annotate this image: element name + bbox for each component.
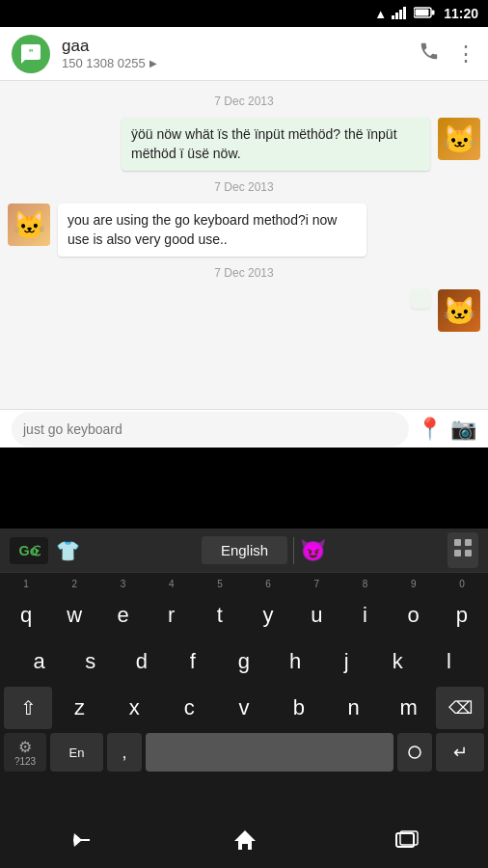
svg-text:Go: Go (19, 542, 39, 557)
date-label-2: 7 Dec 2013 (0, 175, 488, 200)
keyboard-bottom-row: ⚙ ?123 En , ↵ (0, 731, 488, 773)
lang-divider (293, 537, 294, 564)
key-v[interactable]: v (217, 687, 272, 729)
num-4: 4 (148, 575, 196, 592)
key-l[interactable]: l (423, 640, 474, 683)
wifi-icon: ▲ (374, 7, 387, 21)
svg-rect-5 (432, 10, 435, 14)
key-s[interactable]: s (65, 640, 116, 683)
number-row: 1 2 3 4 5 6 7 8 9 0 (0, 573, 488, 592)
language-button[interactable]: English (202, 536, 287, 564)
svg-rect-12 (465, 539, 472, 546)
signal-small-icon: ▶ (149, 58, 157, 68)
svg-rect-11 (454, 539, 461, 546)
keyboard-toolbar: Go 👕 English 😈 (0, 529, 488, 573)
enter-key[interactable]: ↵ (436, 733, 484, 772)
keyboard-row-3: ⇧ z x c v b n m ⌫ (0, 685, 488, 731)
keyboard-grid-button[interactable] (447, 532, 478, 568)
avatar-right-1: 🐱 (438, 118, 480, 160)
key-z[interactable]: z (52, 687, 107, 729)
message-row: 🐱 you are using the go keyboard method?i… (0, 200, 488, 260)
keyboard: Go 👕 English 😈 1 2 3 4 5 (0, 529, 488, 818)
call-button[interactable] (419, 41, 440, 67)
num-7: 7 (292, 575, 340, 592)
date-label-3: 7 Dec 2013 (0, 260, 488, 285)
svg-rect-13 (454, 550, 461, 556)
shirt-icon[interactable]: 👕 (56, 539, 80, 562)
contact-name: gaa (62, 37, 407, 56)
camera-button[interactable]: 📷 (450, 417, 476, 442)
num-0: 0 (438, 575, 486, 592)
language-key[interactable]: En (50, 733, 103, 772)
message-bubble-2: you are using the go keyboard method?i n… (58, 203, 366, 257)
go-keyboard-button[interactable]: Go (10, 537, 48, 564)
chat-area: 7 Dec 2013 🐱 ÿöü nöw whät ïs thë ïnpüt m… (0, 81, 488, 409)
kb-toolbar-left: Go 👕 (10, 537, 80, 564)
num-3: 3 (98, 575, 147, 592)
more-options-button[interactable]: ⋮ (455, 41, 476, 67)
kb-lang-section: English 😈 (202, 536, 326, 564)
avatar-left-1: 🐱 (8, 203, 50, 246)
num-5: 5 (196, 575, 244, 592)
key-t[interactable]: t (196, 594, 244, 637)
emoji-icon[interactable]: 😈 (300, 538, 326, 563)
back-button[interactable] (45, 822, 119, 864)
key-q[interactable]: q (2, 594, 50, 637)
svg-rect-3 (403, 7, 406, 19)
app-bar-actions: ⋮ (419, 41, 476, 67)
key-f[interactable]: f (167, 640, 218, 683)
num-6: 6 (244, 575, 292, 592)
key-u[interactable]: u (292, 594, 340, 637)
signal-icon (392, 6, 409, 22)
key-n[interactable]: n (326, 687, 381, 729)
svg-rect-0 (392, 15, 394, 19)
bottom-navigation (0, 818, 488, 868)
key-c[interactable]: c (162, 687, 217, 729)
recent-apps-button[interactable] (371, 822, 443, 864)
keyboard-row-1: q w e r t y u i o p (0, 592, 488, 638)
status-bar: ▲ 11:20 (0, 0, 488, 27)
message-bubble-1: ÿöü nöw whät ïs thë ïnpüt mëthöd? thë ïn… (122, 118, 430, 171)
contact-number: 150 1308 0255 ▶ (62, 56, 407, 70)
key-p[interactable]: p (438, 594, 486, 637)
contact-info: gaa 150 1308 0255 ▶ (62, 37, 407, 70)
svg-point-10 (36, 549, 39, 552)
svg-rect-6 (416, 9, 429, 15)
key-o[interactable]: o (390, 594, 438, 637)
key-b[interactable]: b (271, 687, 326, 729)
key-d[interactable]: d (116, 640, 167, 683)
key-w[interactable]: w (50, 594, 98, 637)
key-e[interactable]: e (98, 594, 147, 637)
svg-rect-2 (399, 10, 402, 19)
svg-rect-1 (395, 13, 398, 19)
shift-key[interactable]: ⇧ (4, 687, 52, 729)
app-logo: " (12, 35, 50, 73)
key-m[interactable]: m (381, 687, 436, 729)
keyboard-row-2: a s d f g h j k l (0, 638, 488, 685)
key-g[interactable]: g (218, 640, 269, 683)
space-key[interactable] (146, 733, 393, 772)
svg-rect-14 (465, 550, 472, 556)
delete-key[interactable]: ⌫ (436, 687, 484, 729)
settings-key[interactable]: ⚙ ?123 (4, 733, 46, 772)
message-row: 🐱 ÿöü nöw whät ïs thë ïnpüt mëthöd? thë … (0, 114, 488, 175)
battery-icon (414, 7, 435, 21)
key-k[interactable]: k (372, 640, 423, 683)
key-a[interactable]: a (14, 640, 65, 683)
period-key[interactable] (397, 733, 432, 772)
key-x[interactable]: x (107, 687, 162, 729)
status-time: 11:20 (444, 6, 478, 21)
key-r[interactable]: r (148, 594, 196, 637)
text-input-value[interactable]: just go keyboard (23, 421, 397, 437)
date-label-1: 7 Dec 2013 (0, 89, 488, 114)
location-button[interactable]: 📍 (417, 417, 443, 442)
message-row-partial: 🐱 (0, 285, 488, 336)
key-h[interactable]: h (270, 640, 321, 683)
key-y[interactable]: y (244, 594, 292, 637)
home-button[interactable] (209, 821, 281, 865)
key-j[interactable]: j (321, 640, 372, 683)
message-bubble-3 (411, 289, 430, 309)
comma-key[interactable]: , (107, 733, 142, 772)
status-icons: ▲ 11:20 (374, 6, 478, 22)
key-i[interactable]: i (340, 594, 389, 637)
